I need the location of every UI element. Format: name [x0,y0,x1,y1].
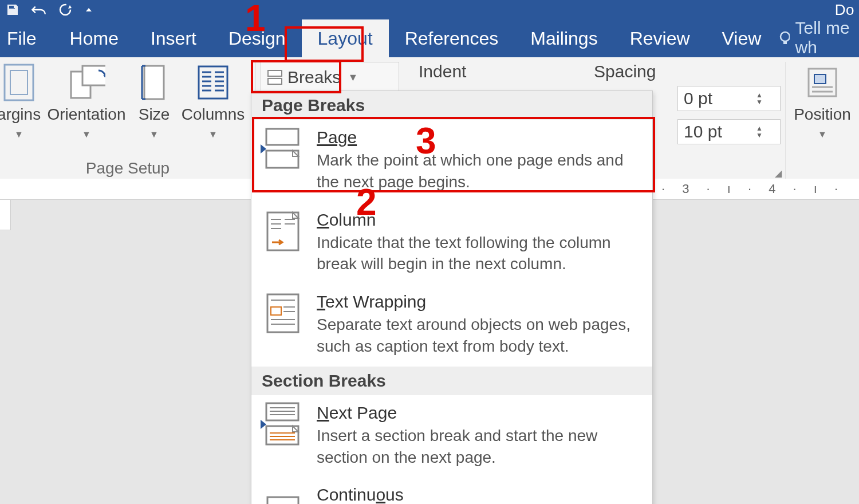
columns-icon [194,62,232,103]
next-page-icon [262,403,304,446]
svg-rect-7 [144,66,164,99]
menu-item-page-break[interactable]: Page Mark the point at which one page en… [251,120,652,202]
margins-label: argins [0,107,41,123]
tab-insert[interactable]: Insert [135,19,212,57]
redo-icon[interactable] [57,2,73,18]
indent-heading: Indent [419,62,579,81]
menu-header-page-breaks: Page Breaks [251,91,652,120]
page-edge [0,199,11,230]
menu-item-title: Text Wrapping [317,292,642,312]
chevron-down-icon: ▼ [82,129,91,140]
tab-review[interactable]: Review [614,19,706,57]
chevron-down-icon: ▼ [818,129,827,140]
menu-item-desc: Insert a section break and start the new… [317,425,642,468]
group-page-setup: argins ▼ Orientation ▼ Size ▼ Columns ▼ … [0,62,256,183]
qat-customize-icon[interactable] [84,2,94,18]
breaks-icon [267,69,283,85]
svg-point-1 [781,32,789,41]
columns-label: Columns [182,107,245,123]
menu-item-title: Page [317,128,642,147]
spacing-after-value: 10 pt [678,122,752,141]
orientation-button[interactable]: Orientation ▼ [49,62,124,140]
tab-design[interactable]: Design [212,19,302,57]
menu-item-next-page-section[interactable]: Next Page Insert a section break and sta… [251,395,652,478]
breaks-button[interactable]: Breaks ▼ [261,62,399,93]
continuous-icon [262,485,304,504]
size-button[interactable]: Size ▼ [134,62,174,140]
svg-rect-19 [268,70,282,76]
orientation-icon [68,62,105,103]
menu-item-column-break[interactable]: Column Indicate that the text following … [251,202,652,285]
save-icon[interactable] [5,2,21,18]
margins-icon [0,62,38,103]
tab-file[interactable]: File [2,19,54,57]
tab-layout[interactable]: Layout [302,19,389,57]
menu-header-section-breaks: Section Breaks [251,367,652,395]
menu-item-text-wrapping-break[interactable]: Text Wrapping Separate text around objec… [251,284,652,367]
svg-rect-22 [814,74,826,84]
breaks-label: Breaks [287,68,341,87]
menu-item-desc: Mark the point at which one page ends an… [317,149,642,193]
tab-view[interactable]: View [706,19,778,57]
group-arrange: Position ▼ [786,62,859,183]
breaks-dropdown-menu: Page Breaks Page Mark the point at which… [251,90,653,504]
position-label: Position [794,107,851,123]
menu-item-title: Column [317,210,642,230]
tab-references[interactable]: References [389,19,515,57]
ribbon-tabs: File Home Insert Design Layout Reference… [0,19,859,57]
svg-rect-2 [783,41,787,44]
page-break-icon [262,128,304,170]
text-wrapping-icon [262,292,304,334]
svg-rect-4 [10,70,27,94]
menu-item-desc: Indicate that the text following the col… [317,232,642,275]
spinner-arrows-icon[interactable]: ▲▼ [752,125,766,139]
chevron-down-icon: ▼ [208,129,218,140]
svg-rect-48 [267,497,298,504]
svg-rect-25 [266,129,298,145]
margins-button[interactable]: argins ▼ [0,62,39,140]
chevron-down-icon: ▼ [149,129,159,140]
menu-item-title: Continuous [317,485,404,504]
svg-rect-20 [268,78,282,84]
position-button[interactable]: Position ▼ [794,62,850,140]
size-label: Size [139,107,170,123]
spacing-before-value: 0 pt [678,89,752,108]
size-icon [135,62,173,103]
svg-rect-6 [82,66,105,85]
spacing-heading: Spacing [594,62,656,81]
menu-item-continuous-section[interactable]: Continuous [251,477,652,504]
lightbulb-icon [777,30,789,46]
svg-rect-8 [199,66,227,99]
document-title: Do [835,1,854,19]
chevron-down-icon: ▼ [348,72,358,84]
menu-item-title: Next Page [317,403,642,423]
spacing-before-input[interactable]: 0 pt ▲▼ [677,86,781,111]
columns-button[interactable]: Columns ▼ [184,62,242,140]
tab-mailings[interactable]: Mailings [514,19,613,57]
menu-item-desc: Separate text around objects on web page… [317,314,642,357]
column-break-icon [262,210,304,253]
chevron-down-icon: ▼ [14,129,23,140]
spinner-arrows-icon[interactable]: ▲▼ [752,92,766,105]
orientation-label: Orientation [48,107,126,123]
spacing-after-input[interactable]: 10 pt ▲▼ [677,119,781,144]
undo-icon[interactable] [31,2,47,18]
quick-access-toolbar: Do [0,0,859,19]
tell-me-label: Tell me wh [795,18,857,57]
tab-home[interactable]: Home [54,19,135,57]
dialog-launcher-icon[interactable]: ◢ [775,168,782,179]
position-icon [803,62,841,103]
tell-me-search[interactable]: Tell me wh [777,18,859,57]
svg-point-0 [60,5,70,15]
